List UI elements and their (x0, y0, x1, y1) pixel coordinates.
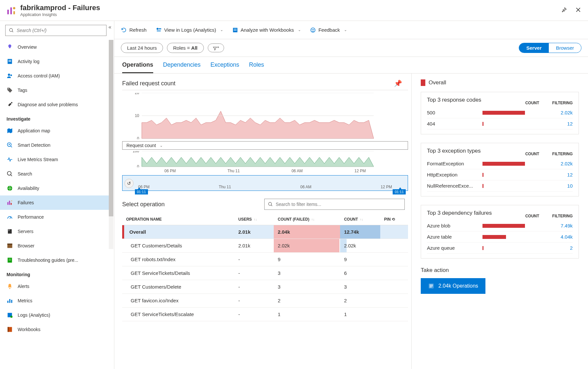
tab-roles[interactable]: Roles (249, 61, 264, 73)
svg-point-36 (311, 28, 315, 32)
table-row[interactable]: GET Customers/Delete-33 (122, 280, 408, 294)
filter-link[interactable]: 10 (567, 183, 573, 189)
card-row[interactable]: NullReferenceExce...10 (427, 180, 573, 192)
metrics-icon (7, 297, 13, 304)
failed-request-chart: 01020 (122, 90, 408, 139)
filter-link[interactable]: 7.49k (561, 223, 573, 228)
refresh-button[interactable]: Refresh (121, 27, 147, 33)
card-row[interactable]: Azure table4.04k (427, 231, 573, 243)
op-col-3[interactable]: COUNT↑↓ (340, 214, 380, 225)
time-marker-start[interactable]: 01:11 (135, 189, 148, 194)
svg-rect-16 (11, 203, 12, 205)
nav-label: Failures (18, 200, 34, 205)
sidebar-item-search[interactable]: Search (0, 167, 113, 181)
tab-operations[interactable]: Operations (122, 61, 153, 73)
sidebar-item-troubleshooting-guides-pre-[interactable]: Troubleshooting guides (pre... (0, 253, 113, 267)
card-row[interactable]: Azure blob7.49k (427, 220, 573, 231)
pin-window-icon[interactable] (561, 7, 567, 14)
sidebar-item-logs-analytics-[interactable]: Logs (Analytics) (0, 308, 113, 322)
svg-rect-6 (8, 60, 11, 61)
time-marker-end[interactable]: 01:11 (393, 189, 406, 194)
pulse-icon (7, 156, 13, 163)
nav-label: Access control (IAM) (18, 73, 60, 78)
analyze-workbooks-button[interactable]: Analyze with Workbooks⌄ (232, 27, 301, 33)
op-col-1[interactable]: USERS↑↓ (235, 214, 274, 225)
close-icon[interactable] (575, 7, 581, 14)
svg-point-8 (8, 74, 10, 76)
timeline-navigator[interactable]: ↺ 06 PM Thu 11 06 AM 12 PM 01:11 01:11 (122, 175, 408, 191)
sidebar-item-workbooks[interactable]: Workbooks (0, 322, 113, 337)
sidebar-item-performance[interactable]: Performance (0, 210, 113, 224)
operation-filter-input[interactable] (276, 202, 401, 207)
globe-icon (7, 185, 13, 192)
collapse-sidebar-icon[interactable]: « (108, 24, 111, 30)
op-col-2[interactable]: COUNT (FAILED)↑↓ (274, 214, 340, 225)
sidebar-item-availability[interactable]: Availability (0, 181, 113, 195)
table-row[interactable]: Overall2.01k2.04k12.74k (122, 225, 408, 239)
sidebar-item-metrics[interactable]: Metrics (0, 294, 113, 308)
time-range-pill[interactable]: Last 24 hours (121, 43, 163, 53)
op-col-0[interactable]: OPERATION NAME (122, 214, 235, 225)
seg-browser[interactable]: Browser (549, 43, 581, 53)
tab-dependencies[interactable]: Dependencies (163, 61, 201, 73)
sidebar-item-failures[interactable]: Failures (0, 195, 113, 210)
card-row[interactable]: HttpException12 (427, 169, 573, 180)
filter-link[interactable]: 2 (570, 245, 573, 251)
operations-cta-button[interactable]: 2.04k Operations (421, 278, 485, 294)
page-title: fabrikamprod - Failures (20, 4, 100, 12)
add-filter-pill[interactable]: + (208, 43, 224, 52)
nav-label: Smart Detection (18, 143, 50, 148)
sidebar-item-diagnose-and-solve-problems[interactable]: Diagnose and solve problems (0, 97, 113, 112)
svg-point-30 (156, 28, 158, 30)
card-response_codes: Top 3 response codesCOUNTFILTERING5002.0… (421, 92, 579, 134)
filter-link[interactable]: 4.04k (561, 234, 573, 240)
nav-label: Application map (18, 128, 50, 133)
rewind-icon[interactable]: ↺ (124, 179, 134, 188)
sidebar-item-alerts[interactable]: Alerts (0, 279, 113, 294)
feedback-button[interactable]: Feedback⌄ (310, 27, 347, 33)
card-row[interactable]: Azure queue2 (427, 243, 573, 254)
view-logs-button[interactable]: View in Logs (Analytics)⌄ (156, 27, 223, 33)
tools-icon (7, 101, 13, 108)
card-row[interactable]: 40412 (427, 118, 573, 129)
filter-link[interactable]: 2.02k (561, 161, 573, 166)
roles-pill[interactable]: Roles = All (167, 43, 204, 53)
card-row[interactable]: 5002.02k (427, 107, 573, 118)
seg-server[interactable]: Server (519, 43, 549, 53)
sidebar-search[interactable] (5, 25, 106, 36)
sidebar-item-overview[interactable]: Overview (0, 40, 113, 54)
table-row[interactable]: GET robots.txt/Index-99 (122, 253, 408, 266)
sidebar-item-live-metrics-stream[interactable]: Live Metrics Stream (0, 152, 113, 167)
svg-rect-31 (159, 28, 161, 29)
sidebar-item-application-map[interactable]: Application map (0, 124, 113, 138)
search-icon (7, 171, 13, 177)
sidebar-item-smart-detection[interactable]: Smart Detection (0, 138, 113, 152)
sidebar-item-browser[interactable]: Browser (0, 239, 113, 253)
table-row[interactable]: GET ServiceTickets/Escalate-11 (122, 308, 408, 321)
pin-chart-icon[interactable]: 📌 (394, 79, 402, 87)
sidebar-item-access-control-iam-[interactable]: Access control (IAM) (0, 69, 113, 83)
card-row[interactable]: FormatException2.02k (427, 158, 573, 169)
sidebar: « OverviewActivity logAccess control (IA… (0, 21, 114, 369)
workbook-icon (7, 326, 13, 333)
op-col-4[interactable]: PIN ⟲ (380, 214, 408, 225)
sidebar-scrollbar[interactable] (109, 40, 113, 249)
table-row[interactable]: GET favicon.ico/Index-22 (122, 294, 408, 308)
nav-section-investigate: Investigate (0, 112, 113, 124)
svg-text:0: 0 (137, 136, 139, 139)
sidebar-item-activity-log[interactable]: Activity log (0, 54, 113, 69)
sidebar-item-tags[interactable]: Tags (0, 83, 113, 97)
refresh-label: Refresh (129, 27, 147, 33)
operation-filter[interactable] (264, 199, 405, 210)
nav-label: Live Metrics Stream (18, 157, 58, 162)
sidebar-search-input[interactable] (17, 28, 103, 33)
filter-link[interactable]: 12 (567, 172, 573, 177)
sidebar-item-servers[interactable]: Servers (0, 224, 113, 239)
table-row[interactable]: GET ServiceTickets/Details-36 (122, 266, 408, 280)
svg-rect-29 (8, 327, 8, 332)
request-count-dropdown[interactable]: Request count⌄ (122, 141, 408, 150)
tab-exceptions[interactable]: Exceptions (210, 61, 239, 73)
table-row[interactable]: GET Customers/Details2.01k2.02k2.02k (122, 239, 408, 253)
filter-link[interactable]: 12 (567, 121, 573, 126)
filter-link[interactable]: 2.02k (561, 110, 573, 115)
